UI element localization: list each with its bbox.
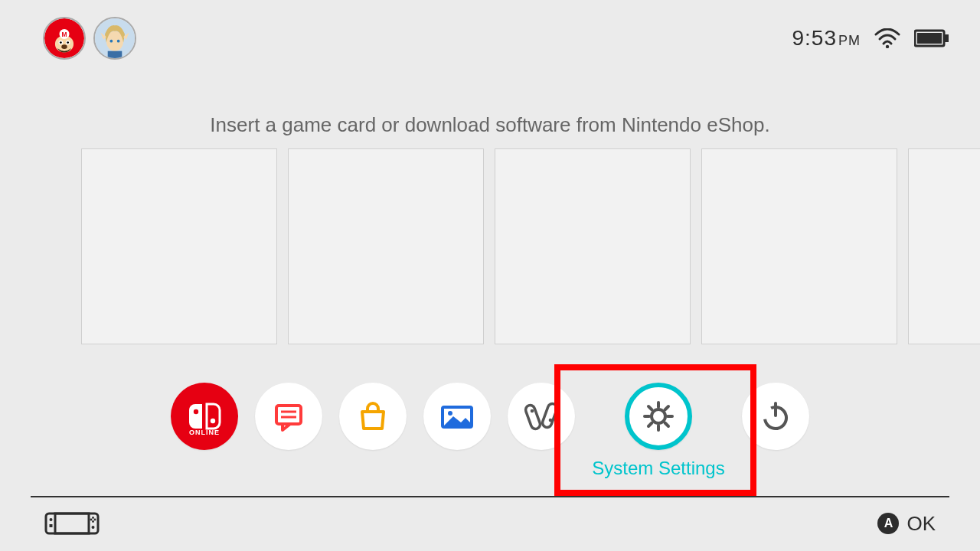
eshop-button[interactable] <box>339 383 407 450</box>
dock-item-settings[interactable]: System Settings <box>592 383 724 479</box>
news-button[interactable] <box>255 383 322 450</box>
ok-label: OK <box>906 512 936 536</box>
svg-line-37 <box>665 406 669 410</box>
dock-selected-label: System Settings <box>592 458 724 479</box>
album-button[interactable] <box>423 383 491 450</box>
svg-rect-43 <box>50 524 53 527</box>
empty-state-hint: Insert a game card or download software … <box>0 113 980 137</box>
status-bar: 9:53PM <box>792 26 950 51</box>
link-icon <box>95 18 135 58</box>
svg-point-8 <box>61 44 67 49</box>
svg-point-44 <box>92 526 95 529</box>
svg-text:M: M <box>62 31 67 38</box>
mario-icon: M <box>44 18 84 58</box>
svg-point-6 <box>60 41 62 44</box>
controller-icon <box>522 397 560 435</box>
online-button[interactable]: ONLINE <box>171 383 238 450</box>
footer: A OK <box>0 496 980 551</box>
dock-item-controllers[interactable] <box>508 383 575 479</box>
controllers-button[interactable] <box>508 383 575 450</box>
home-dock: ONLINE <box>0 383 980 479</box>
svg-rect-13 <box>108 51 122 58</box>
clock: 9:53PM <box>792 26 861 51</box>
svg-point-12 <box>117 40 120 43</box>
news-icon <box>270 398 307 435</box>
header: M 9:53PM <box>0 0 980 77</box>
user-avatar-link[interactable] <box>93 17 136 60</box>
svg-rect-17 <box>917 33 942 44</box>
clock-time: 9:53 <box>792 26 838 50</box>
wifi-icon <box>874 28 900 48</box>
svg-point-42 <box>50 518 53 521</box>
svg-point-47 <box>92 517 94 519</box>
game-tile-empty[interactable] <box>908 148 980 344</box>
clock-ampm: PM <box>838 33 861 48</box>
svg-rect-16 <box>945 34 949 42</box>
svg-rect-25 <box>524 404 541 430</box>
dock-item-news[interactable] <box>255 383 322 479</box>
svg-point-28 <box>549 419 553 422</box>
svg-point-19 <box>211 419 215 423</box>
dock-item-online[interactable]: ONLINE <box>171 383 238 479</box>
svg-line-34 <box>648 406 652 410</box>
online-sublabel: ONLINE <box>189 429 220 436</box>
svg-point-45 <box>90 519 93 521</box>
game-tile-empty[interactable] <box>701 148 897 344</box>
sleep-button[interactable] <box>742 383 809 450</box>
svg-line-36 <box>648 423 652 427</box>
svg-point-18 <box>194 409 198 414</box>
game-tile-empty[interactable] <box>495 148 691 344</box>
game-tile-empty[interactable] <box>288 148 484 344</box>
battery-icon <box>914 29 949 47</box>
a-button-icon: A <box>877 513 899 534</box>
settings-button[interactable] <box>625 383 692 450</box>
shopping-bag-icon <box>354 398 391 435</box>
svg-point-27 <box>531 409 534 413</box>
game-tiles-row <box>81 148 980 344</box>
svg-point-48 <box>92 520 94 523</box>
svg-point-29 <box>652 409 665 423</box>
ok-action[interactable]: A OK <box>877 512 936 536</box>
svg-rect-20 <box>276 406 301 424</box>
svg-rect-41 <box>55 514 89 533</box>
user-avatar-mario[interactable]: M <box>43 17 86 60</box>
switch-online-icon: ONLINE <box>183 395 226 438</box>
svg-rect-40 <box>46 514 98 533</box>
svg-line-35 <box>665 423 669 427</box>
svg-point-46 <box>94 519 96 521</box>
gear-icon <box>640 398 677 435</box>
svg-point-14 <box>886 45 889 48</box>
dock-item-sleep[interactable] <box>742 383 809 479</box>
user-avatars: M <box>43 17 136 60</box>
game-tile-empty[interactable] <box>81 148 277 344</box>
svg-point-24 <box>448 411 452 416</box>
dock-item-eshop[interactable] <box>339 383 407 479</box>
controller-mode-icon[interactable] <box>44 510 100 536</box>
svg-rect-26 <box>541 403 558 429</box>
power-icon <box>758 399 793 434</box>
svg-point-7 <box>67 41 69 44</box>
svg-point-11 <box>110 40 113 43</box>
dock-item-album[interactable] <box>423 383 491 479</box>
album-icon <box>438 398 476 435</box>
